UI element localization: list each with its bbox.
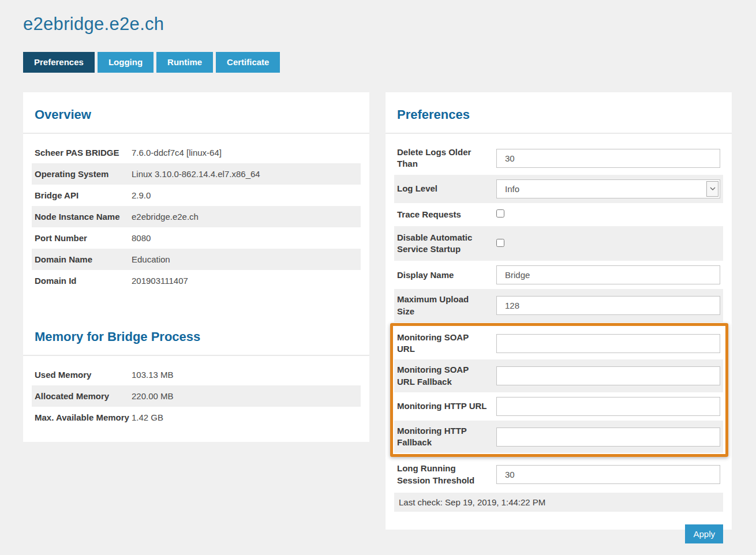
form-row-monitoring-http-url: Monitoring HTTP URL — [394, 392, 723, 421]
table-row: Port Number 8080 — [32, 227, 361, 249]
monitoring-soap-url-input[interactable] — [496, 334, 720, 353]
form-row-disable-autostart: Disable Automatic Service Startup — [394, 226, 723, 261]
preferences-form: Delete Logs Older Than Log Level Info Tr… — [394, 142, 723, 543]
row-value: e2ebridge.e2e.ch — [132, 212, 199, 222]
form-row-monitoring-soap-url: Monitoring SOAP URL — [394, 327, 723, 360]
monitoring-soap-url-fallback-input[interactable] — [496, 366, 720, 385]
overview-table: Scheer PAS BRIDGE 7.6.0-ddcf7c4 [linux-6… — [32, 142, 361, 291]
table-row: Used Memory 103.13 MB — [32, 364, 361, 385]
row-value: 220.00 MB — [132, 391, 174, 401]
page-title: e2ebridge.e2e.ch — [23, 14, 164, 35]
form-row-trace-requests: Trace Requests — [394, 203, 723, 226]
row-label: Domain Id — [35, 276, 132, 286]
row-value: 7.6.0-ddcf7c4 [linux-64] — [132, 148, 222, 158]
row-label: Port Number — [35, 233, 132, 243]
row-label: Node Instance Name — [35, 212, 132, 222]
tab-logging[interactable]: Logging — [98, 52, 154, 73]
log-level-selected-value: Info — [505, 184, 519, 194]
form-row-long-running-threshold: Long Running Session Threshold — [394, 458, 723, 491]
log-level-select[interactable]: Info — [496, 179, 720, 198]
form-row-max-upload: Maximum Upload Size — [394, 289, 723, 322]
row-label: Bridge API — [35, 190, 132, 200]
trace-requests-checkbox[interactable] — [496, 209, 504, 217]
row-label: Domain Name — [35, 254, 132, 264]
field-label: Maximum Upload Size — [397, 294, 496, 317]
field-label: Monitoring HTTP Fallback — [397, 425, 496, 449]
form-row-display-name: Display Name — [394, 261, 723, 289]
display-name-input[interactable] — [496, 265, 720, 284]
overview-panel: Overview Scheer PAS BRIDGE 7.6.0-ddcf7c4… — [23, 92, 369, 442]
field-label: Long Running Session Threshold — [397, 463, 496, 486]
memory-table: Used Memory 103.13 MB Allocated Memory 2… — [32, 364, 361, 428]
disable-automatic-service-startup-checkbox[interactable] — [496, 239, 504, 247]
delete-logs-older-than-input[interactable] — [496, 149, 720, 168]
long-running-session-threshold-input[interactable] — [496, 465, 720, 484]
field-label: Log Level — [397, 183, 496, 194]
tab-preferences[interactable]: Preferences — [23, 52, 95, 73]
form-row-monitoring-http-fallback: Monitoring HTTP Fallback — [394, 421, 723, 453]
form-row-delete-logs: Delete Logs Older Than — [394, 142, 723, 175]
field-label: Trace Requests — [397, 209, 496, 220]
field-label: Monitoring HTTP URL — [397, 400, 496, 412]
field-label: Display Name — [397, 269, 496, 281]
table-row: Scheer PAS BRIDGE 7.6.0-ddcf7c4 [linux-6… — [32, 142, 361, 163]
form-row-monitoring-soap-fallback: Monitoring SOAP URL Fallback — [394, 359, 723, 392]
preferences-heading: Preferences — [386, 92, 732, 134]
table-row: Domain Id 201903111407 — [32, 270, 361, 291]
field-label: Monitoring SOAP URL — [397, 332, 496, 355]
row-label: Scheer PAS BRIDGE — [35, 148, 132, 158]
memory-heading: Memory for Bridge Process — [23, 314, 369, 356]
tab-certificate[interactable]: Certificate — [216, 52, 280, 73]
row-label: Allocated Memory — [35, 391, 132, 401]
tab-runtime[interactable]: Runtime — [156, 52, 213, 73]
chevron-down-icon[interactable] — [706, 181, 718, 197]
preferences-panel: Preferences Delete Logs Older Than Log L… — [386, 92, 732, 530]
field-label: Disable Automatic Service Startup — [397, 232, 496, 256]
field-label: Delete Logs Older Than — [397, 147, 496, 170]
maximum-upload-size-input[interactable] — [496, 296, 720, 315]
row-value: Linux 3.10.0-862.14.4.el7.x86_64 — [132, 169, 260, 179]
monitoring-http-fallback-input[interactable] — [496, 427, 720, 447]
row-value: Education — [132, 254, 170, 264]
apply-button[interactable]: Apply — [685, 524, 723, 543]
apply-row: Apply — [394, 524, 723, 543]
row-value: 8080 — [132, 233, 151, 243]
table-row: Node Instance Name e2ebridge.e2e.ch — [32, 206, 361, 227]
table-row: Max. Available Memory 1.42 GB — [32, 407, 361, 428]
tab-bar: Preferences Logging Runtime Certificate — [23, 52, 280, 73]
row-value: 1.42 GB — [132, 412, 163, 422]
row-value: 2.9.0 — [132, 190, 151, 200]
row-label: Max. Available Memory — [35, 412, 132, 422]
row-value: 103.13 MB — [132, 370, 174, 380]
form-row-log-level: Log Level Info — [394, 175, 723, 203]
table-row: Domain Name Education — [32, 249, 361, 270]
row-label: Used Memory — [35, 370, 132, 380]
table-row: Bridge API 2.9.0 — [32, 185, 361, 206]
row-label: Operating System — [35, 169, 132, 179]
field-label: Monitoring SOAP URL Fallback — [397, 364, 496, 388]
monitoring-highlight-box: Monitoring SOAP URL Monitoring SOAP URL … — [390, 323, 728, 457]
overview-heading: Overview — [23, 92, 369, 134]
table-row: Allocated Memory 220.00 MB — [32, 385, 361, 407]
row-value: 201903111407 — [132, 276, 188, 286]
last-check-status: Last check: Sep 19, 2019, 1:44:22 PM — [394, 493, 723, 512]
monitoring-http-url-input[interactable] — [496, 397, 720, 416]
table-row: Operating System Linux 3.10.0-862.14.4.e… — [32, 163, 361, 185]
